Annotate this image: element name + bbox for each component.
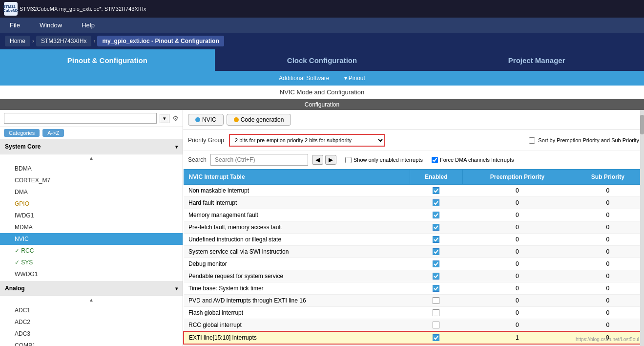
sort-label: Sort by Premption Priority and Sub Prior… [538,137,639,143]
sidebar: ▾ ⚙ Categories A->Z System Core ▾ ▲ BDMA… [0,110,183,346]
config-bar: Configuration [0,99,644,110]
sort-checkbox-row: Sort by Premption Priority and Sub Prior… [529,137,639,144]
system-core-items: BDMA CORTEX_M7 DMA GPIO IWDG1 MDMA NVIC … [0,162,183,281]
col-enabled: Enabled [410,170,462,185]
sidebar-item-adc1[interactable]: ADC1 [0,304,183,316]
table-row: Undefined instruction or illegal state00 [184,234,644,246]
tab-code-gen[interactable]: Code generation [227,114,291,126]
priority-group-row: Priority Group 2 bits for pre-emption pr… [183,130,644,151]
force-dma-checkbox[interactable] [432,157,438,163]
menu-help[interactable]: Help [72,20,104,31]
analog-items: ADC1 ADC2 ADC3 COMP1 COMP2 DAC1 OPAMP1 [0,303,183,346]
sidebar-item-dma[interactable]: DMA [0,186,183,198]
tab-clock[interactable]: Clock Configuration [215,49,430,71]
gear-icon[interactable]: ⚙ [172,114,179,122]
menu-file[interactable]: File [0,20,30,31]
chevron-down-icon: ▾ [175,144,178,150]
sidebar-item-gpio[interactable]: GPIO [0,198,183,210]
show-enabled-row: Show only enabled interrupts [345,157,423,163]
sidebar-item-adc3[interactable]: ADC3 [0,328,183,340]
search-nav: ◀ ▶ [312,155,336,165]
menu-bar: File Window Help [0,18,644,33]
scroll-up-arrow[interactable]: ▲ [0,154,183,162]
tab-nvic[interactable]: NVIC [188,114,224,126]
sidebar-buttons: Categories A->Z [0,127,183,139]
table-row: System service call via SWI instruction0… [184,246,644,258]
sidebar-search-input[interactable] [4,113,157,124]
show-enabled-label: Show only enabled interrupts [353,157,423,163]
col-sub: Sub Priority [572,170,644,185]
sidebar-search-row: ▾ ⚙ [0,110,183,127]
tab-project[interactable]: Project Manager [429,49,644,71]
breadcrumb-home[interactable]: Home [5,36,30,46]
breadcrumb-current[interactable]: my_gpio_exti.ioc - Pinout & Configuratio… [97,36,224,46]
table-row: Memory management fault00 [184,209,644,221]
tab-bar: Pinout & Configuration Clock Configurati… [0,49,644,71]
sidebar-item-adc2[interactable]: ADC2 [0,316,183,328]
nvic-table: NVIC Interrupt Table Enabled Preemption … [183,169,644,346]
sidebar-item-sys[interactable]: ✓ SYS [0,257,183,268]
sub-tab-pinout[interactable]: ▾ Pinout [344,75,365,82]
menu-window[interactable]: Window [30,20,72,31]
table-row: FPU global interrupt00 [184,344,644,346]
table-row: EXTI line[15:10] interrupts10 [184,331,644,344]
scroll-up-arrow-analog[interactable]: ▲ [0,296,183,303]
sub-tabs: Additional Software ▾ Pinout [0,71,644,86]
sub-tab-software[interactable]: Additional Software [279,75,329,82]
table-row: Non maskable interrupt00 [184,185,644,197]
table-row: Debug monitor00 [184,258,644,270]
priority-group-select[interactable]: 2 bits for pre-emption priority 2 bits f… [229,134,385,147]
search-input[interactable] [210,154,308,166]
force-dma-label: Force DMA channels Interrupts [440,157,514,163]
sidebar-item-wwdg1[interactable]: WWDG1 [0,268,183,280]
az-button[interactable]: A->Z [42,129,64,137]
content: NVIC Code generation Priority Group 2 bi… [183,110,644,346]
priority-group-label: Priority Group [188,137,224,144]
breadcrumb: Home › STM32H743XIHx › my_gpio_exti.ioc … [0,33,644,49]
search-label: Search [188,156,207,163]
scrollbar-thumb[interactable] [640,115,644,134]
categories-button[interactable]: Categories [4,129,40,137]
sidebar-item-bdma[interactable]: BDMA [0,163,183,174]
code-gen-dot [234,117,239,122]
sort-checkbox[interactable] [529,137,535,144]
table-row: Pendable request for system service00 [184,270,644,282]
scrollbar[interactable] [640,110,644,346]
breadcrumb-chip[interactable]: STM32H743XIHx [36,36,91,46]
search-prev-button[interactable]: ◀ [312,155,323,165]
mode-title: NVIC Mode and Configuration [0,86,644,99]
show-enabled-checkbox[interactable] [345,157,352,163]
tab-pinout[interactable]: Pinout & Configuration [0,49,215,71]
table-row: PVD and AVD interrupts through EXTI line… [184,295,644,307]
col-preemption: Preemption Priority [462,170,572,185]
sidebar-item-nvic[interactable]: NVIC [0,233,183,245]
search-row: Search ◀ ▶ Show only enabled interrupts … [183,151,644,169]
table-row: RCC global interrupt00 [184,319,644,332]
sidebar-item-iwdg1[interactable]: IWDG1 [0,210,183,221]
table-row: Flash global interrupt00 [184,307,644,319]
sidebar-item-rcc[interactable]: ✓ RCC [0,245,183,257]
sidebar-item-cortex[interactable]: CORTEX_M7 [0,174,183,186]
watermark: https://blog.csdn.net/Lost5oul [576,337,639,342]
col-interrupt-name: NVIC Interrupt Table [184,170,410,185]
chevron-down-icon-analog: ▾ [175,286,178,291]
title-text: STM32CubeMX my_gpio_exti.ioc*: STM32H743… [20,6,146,12]
section-analog[interactable]: Analog ▾ [0,281,183,296]
title-bar: STM32CubeMX STM32CubeMX my_gpio_exti.ioc… [0,0,644,18]
table-row: Pre-fetch fault, memory access fault00 [184,221,644,234]
force-dma-row: Force DMA channels Interrupts [432,157,514,163]
search-next-button[interactable]: ▶ [325,155,336,165]
table-row: Time base: System tick timer00 [184,282,644,295]
section-system-core[interactable]: System Core ▾ [0,139,183,154]
table-row: Hard fault interrupt00 [184,197,644,209]
sidebar-item-mdma[interactable]: MDMA [0,221,183,233]
nvic-dot [195,117,200,122]
content-wrapper: NVIC Code generation Priority Group 2 bi… [183,110,644,346]
nvic-tabs: NVIC Code generation [183,110,644,130]
sidebar-item-comp1[interactable]: COMP1 [0,340,183,346]
